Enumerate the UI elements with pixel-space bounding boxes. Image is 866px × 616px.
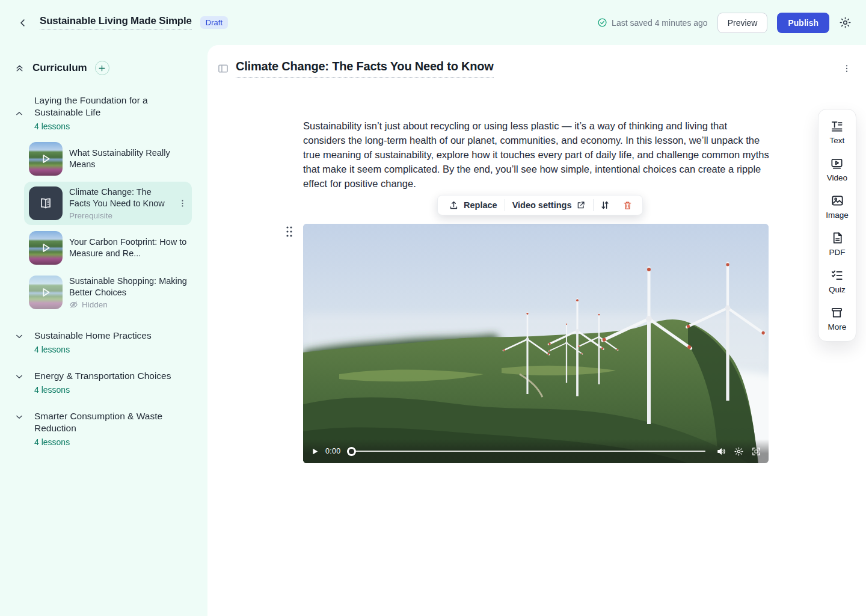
more-blocks-button[interactable]: More bbox=[828, 306, 847, 331]
video-block-toolbar: Replace Video settings bbox=[437, 195, 643, 215]
plus-circle-icon bbox=[98, 64, 106, 72]
add-video-block[interactable]: Video bbox=[827, 156, 847, 182]
swap-vertical-icon bbox=[600, 200, 610, 211]
lesson-item[interactable]: What Sustainability Really Means bbox=[24, 137, 192, 180]
add-text-block[interactable]: Text bbox=[830, 119, 845, 145]
gear-icon bbox=[839, 16, 852, 29]
lesson-item-hidden[interactable]: Sustainable Shopping: Making Better Choi… bbox=[24, 271, 192, 314]
video-progress-bar[interactable] bbox=[347, 446, 705, 456]
play-button[interactable] bbox=[310, 447, 319, 456]
check-circle-icon bbox=[597, 17, 607, 28]
section-text: Sustainable Home Practices 4 lessons bbox=[34, 330, 152, 354]
back-button[interactable] bbox=[14, 14, 31, 31]
play-icon bbox=[39, 241, 52, 254]
volume-button[interactable] bbox=[716, 446, 726, 457]
lesson-options-button[interactable] bbox=[842, 64, 852, 73]
lesson-text: Sustainable Shopping: Making Better Choi… bbox=[69, 276, 187, 309]
lesson-page-title[interactable]: Climate Change: The Facts You Need to Kn… bbox=[236, 60, 494, 78]
top-bar: Sustainable Living Made Simple Draft Las… bbox=[0, 0, 866, 45]
curriculum-section-header[interactable]: Sustainable Home Practices 4 lessons bbox=[0, 330, 207, 354]
section-lesson-count: 4 lessons bbox=[34, 122, 173, 131]
status-badge: Draft bbox=[200, 16, 228, 29]
chevron-down-icon[interactable] bbox=[14, 372, 24, 395]
lesson-subtitle: Hidden bbox=[82, 300, 108, 309]
kebab-icon bbox=[178, 199, 187, 208]
upload-icon bbox=[449, 200, 459, 211]
lesson-menu-button[interactable] bbox=[178, 199, 187, 208]
lesson-editor: Climate Change: The Facts You Need to Kn… bbox=[207, 45, 866, 616]
publish-button[interactable]: Publish bbox=[777, 13, 829, 33]
curriculum-section-header[interactable]: Laying the Foundation for a Sustainable … bbox=[0, 94, 207, 131]
add-section-button[interactable] bbox=[95, 61, 109, 75]
play-icon bbox=[310, 447, 319, 456]
add-pdf-block[interactable]: PDF bbox=[829, 231, 846, 257]
add-quiz-block[interactable]: Quiz bbox=[829, 268, 846, 294]
chevron-up-icon[interactable] bbox=[14, 109, 24, 119]
section-title[interactable]: Energy & Transportation Choices bbox=[34, 370, 171, 382]
lesson-video-thumbnail bbox=[29, 231, 63, 265]
section-title[interactable]: Laying the Foundation for a Sustainable … bbox=[34, 94, 173, 119]
play-icon bbox=[39, 286, 52, 299]
lesson-item-selected[interactable]: Climate Change: The Facts You Need to Kn… bbox=[24, 182, 192, 225]
panel-left-icon[interactable] bbox=[217, 63, 229, 75]
palette-label: PDF bbox=[829, 248, 846, 257]
move-block-button[interactable] bbox=[594, 196, 616, 214]
video-timestamp: 0:00 bbox=[325, 447, 341, 455]
lesson-title: What Sustainability Really Means bbox=[69, 147, 187, 170]
section-title[interactable]: Smarter Consumption & Waste Reduction bbox=[34, 410, 173, 434]
video-settings-gear-button[interactable] bbox=[734, 446, 744, 457]
lesson-title: Climate Change: The Facts You Need to Kn… bbox=[69, 186, 170, 209]
palette-label: More bbox=[828, 322, 847, 331]
palette-label: Video bbox=[827, 173, 847, 182]
section-text: Energy & Transportation Choices 4 lesson… bbox=[34, 370, 171, 395]
volume-icon bbox=[716, 446, 726, 457]
curriculum-section-header[interactable]: Smarter Consumption & Waste Reduction 4 … bbox=[0, 410, 207, 447]
palette-label: Text bbox=[830, 136, 845, 145]
kebab-icon bbox=[842, 64, 852, 73]
progress-scrubber[interactable] bbox=[347, 447, 356, 456]
lesson-paragraph[interactable]: Sustainability isn’t just about recyclin… bbox=[303, 119, 771, 191]
delete-block-button[interactable] bbox=[616, 197, 639, 214]
fullscreen-icon bbox=[751, 446, 761, 457]
section-lesson-count: 4 lessons bbox=[34, 345, 152, 354]
video-controls-right bbox=[716, 446, 761, 457]
fullscreen-button[interactable] bbox=[751, 446, 761, 457]
add-image-block[interactable]: Image bbox=[826, 194, 849, 220]
curriculum-section-header[interactable]: Energy & Transportation Choices 4 lesson… bbox=[0, 370, 207, 395]
external-link-icon bbox=[576, 200, 586, 210]
back-chevron-icon bbox=[17, 17, 28, 28]
chevron-down-icon[interactable] bbox=[14, 331, 24, 354]
video-settings-button[interactable]: Video settings bbox=[505, 197, 594, 214]
preview-button[interactable]: Preview bbox=[717, 13, 768, 33]
trash-icon bbox=[622, 200, 633, 211]
block-drag-handle[interactable] bbox=[286, 226, 293, 238]
lesson-hidden-status: Hidden bbox=[69, 300, 187, 309]
lesson-video-thumbnail bbox=[29, 142, 63, 176]
lesson-subtitle: Prerequisite bbox=[69, 211, 170, 220]
video-icon bbox=[830, 156, 844, 170]
pdf-icon bbox=[831, 231, 844, 245]
lesson-reading-thumbnail bbox=[29, 186, 63, 220]
section-title[interactable]: Sustainable Home Practices bbox=[34, 330, 152, 342]
video-player[interactable]: 0:00 bbox=[303, 224, 769, 463]
text-icon bbox=[830, 119, 844, 133]
lesson-header: Climate Change: The Facts You Need to Kn… bbox=[217, 60, 852, 78]
save-status-text: Last saved 4 minutes ago bbox=[612, 18, 708, 28]
course-title[interactable]: Sustainable Living Made Simple bbox=[40, 15, 192, 30]
section-lesson-count: 4 lessons bbox=[34, 385, 171, 395]
top-bar-actions: Last saved 4 minutes ago Preview Publish bbox=[597, 13, 852, 33]
curriculum-header: Curriculum bbox=[0, 45, 207, 79]
lesson-title: Your Carbon Footprint: How to Measure an… bbox=[69, 236, 187, 259]
gear-icon bbox=[734, 446, 744, 457]
image-icon bbox=[831, 194, 844, 208]
replace-label: Replace bbox=[464, 200, 497, 210]
replace-button[interactable]: Replace bbox=[441, 197, 505, 214]
settings-button[interactable] bbox=[839, 16, 852, 29]
curriculum-title: Curriculum bbox=[32, 62, 87, 74]
lesson-title: Sustainable Shopping: Making Better Choi… bbox=[69, 276, 187, 298]
lesson-item[interactable]: Your Carbon Footprint: How to Measure an… bbox=[24, 226, 192, 270]
section-text: Laying the Foundation for a Sustainable … bbox=[34, 94, 173, 131]
chevron-down-icon[interactable] bbox=[14, 412, 24, 447]
more-icon bbox=[830, 306, 844, 319]
collapse-all-icon[interactable] bbox=[14, 63, 25, 73]
